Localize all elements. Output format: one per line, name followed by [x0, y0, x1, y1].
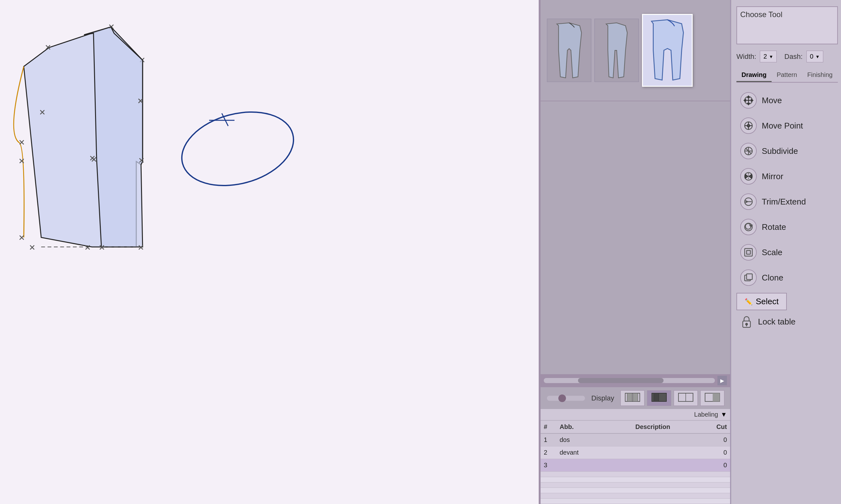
tab-finishing[interactable]: Finishing: [802, 69, 838, 82]
table-row[interactable]: [540, 483, 730, 488]
subdivide-icon: [740, 143, 757, 159]
table-row[interactable]: [540, 472, 730, 477]
tools-panel: Choose Tool Width: 2 ▼ Dash: 0 ▼ Drawing…: [731, 0, 841, 504]
display-btn-4[interactable]: [700, 390, 724, 406]
table-cell-cut: 0: [708, 462, 727, 469]
tool-rotate[interactable]: Rotate: [736, 216, 838, 238]
table-row[interactable]: 3 0: [540, 459, 730, 472]
trim-extend-label: Trim/Extend: [762, 197, 806, 207]
tab-print[interactable]: Pri...: [838, 69, 841, 82]
table-cell-cut: 0: [708, 449, 727, 456]
slider-container: [547, 396, 585, 401]
svg-marker-54: [744, 100, 745, 101]
table-header: # Abb. Description Cut: [540, 421, 730, 434]
table-row[interactable]: 2 devant 0: [540, 446, 730, 459]
canvas-area[interactable]: [0, 0, 539, 504]
display-btn-1[interactable]: [620, 390, 645, 406]
preview-scrollbar[interactable]: ▶: [540, 374, 730, 387]
tool-subdivide[interactable]: Subdivide: [736, 140, 838, 162]
table-cell-num: 2: [544, 449, 560, 456]
width-arrow-icon: ▼: [769, 54, 773, 59]
dash-arrow-icon: ▼: [815, 54, 820, 59]
table-row[interactable]: [540, 493, 730, 499]
svg-rect-77: [746, 250, 750, 254]
scale-icon: [740, 244, 757, 260]
preview-canvas[interactable]: [540, 101, 730, 374]
zoom-slider-thumb[interactable]: [558, 394, 566, 402]
table-cell-cut: 0: [708, 436, 727, 444]
move-point-label: Move Point: [762, 121, 803, 131]
svg-marker-67: [745, 175, 748, 178]
dash-select[interactable]: 0 ▼: [806, 51, 823, 62]
labeling-label: Labeling: [694, 411, 718, 418]
col-header-cut: Cut: [708, 423, 727, 431]
col-header-desc: Description: [598, 423, 708, 431]
lock-table-row[interactable]: Lock table: [736, 311, 838, 332]
tab-pattern[interactable]: Pattern: [772, 69, 802, 82]
rotate-label: Rotate: [762, 222, 786, 232]
labeling-dropdown-icon[interactable]: ▼: [721, 411, 727, 418]
display-btn-3[interactable]: [674, 390, 698, 406]
table-row[interactable]: [540, 477, 730, 483]
tool-move-point[interactable]: Move Point: [736, 114, 838, 137]
svg-rect-79: [746, 274, 752, 280]
select-button-label: Select: [756, 296, 778, 306]
table-row[interactable]: [540, 488, 730, 493]
table-cell-abb: dos: [560, 436, 598, 444]
lock-table-label: Lock table: [758, 317, 796, 327]
tool-move[interactable]: Move: [736, 89, 838, 112]
mirror-icon: [740, 168, 757, 184]
thumbnail-selected[interactable]: [642, 14, 693, 87]
zoom-slider[interactable]: [547, 396, 585, 401]
width-value: 2: [763, 53, 767, 60]
trim-extend-icon: [740, 194, 757, 210]
thumbnail-2[interactable]: [595, 19, 639, 82]
dash-value: 0: [810, 53, 813, 60]
tabs-row: Drawing Pattern Finishing Pri...: [736, 69, 838, 83]
right-panel: ▶ Display: [540, 0, 841, 504]
display-btn-2[interactable]: [647, 390, 671, 406]
svg-point-57: [747, 124, 750, 127]
svg-marker-68: [749, 175, 752, 178]
table-cell-num: 3: [544, 462, 560, 469]
scrollbar-thumb[interactable]: [578, 378, 664, 383]
data-table: # Abb. Description Cut 1 dos 0 2 devant …: [540, 420, 730, 504]
table-cell-num: 1: [544, 436, 560, 444]
svg-point-81: [745, 323, 748, 325]
table-row[interactable]: [540, 499, 730, 504]
dash-label: Dash:: [784, 53, 802, 61]
move-point-icon: [740, 118, 757, 134]
scrollbar-end-btn[interactable]: ▶: [717, 376, 727, 385]
display-buttons: [620, 390, 724, 406]
tab-drawing[interactable]: Drawing: [736, 69, 772, 82]
preview-panel: ▶ Display: [540, 0, 731, 504]
select-button-row: ✏️ Select: [736, 293, 838, 310]
rotate-icon: [740, 219, 757, 235]
table-cell-abb: devant: [560, 449, 598, 456]
display-controls: Display: [540, 387, 730, 409]
move-icon: [740, 92, 757, 109]
svg-rect-42: [633, 393, 638, 401]
tool-trim-extend[interactable]: Trim/Extend: [736, 190, 838, 213]
choose-tool-title: Choose Tool: [740, 10, 834, 19]
svg-rect-44: [654, 393, 659, 401]
clone-label: Clone: [762, 273, 783, 283]
scrollbar-track[interactable]: [544, 378, 715, 383]
tool-scale[interactable]: Scale: [736, 241, 838, 264]
svg-rect-41: [627, 393, 632, 401]
subdivide-label: Subdivide: [762, 146, 798, 156]
col-header-num: #: [544, 423, 560, 431]
table-row[interactable]: 1 dos 0: [540, 434, 730, 446]
select-button[interactable]: ✏️ Select: [736, 293, 787, 310]
preview-thumbnails: [540, 0, 730, 101]
tool-mirror[interactable]: Mirror: [736, 165, 838, 188]
thumbnail-1[interactable]: [547, 19, 591, 82]
select-btn-icon: ✏️: [745, 298, 753, 306]
width-select[interactable]: 2 ▼: [760, 51, 777, 62]
display-label: Display: [591, 394, 614, 402]
tool-clone[interactable]: Clone: [736, 266, 838, 289]
width-dash-row: Width: 2 ▼ Dash: 0 ▼: [736, 51, 838, 62]
lock-icon: [740, 315, 753, 329]
move-label: Move: [762, 96, 782, 105]
svg-marker-53: [748, 103, 750, 105]
